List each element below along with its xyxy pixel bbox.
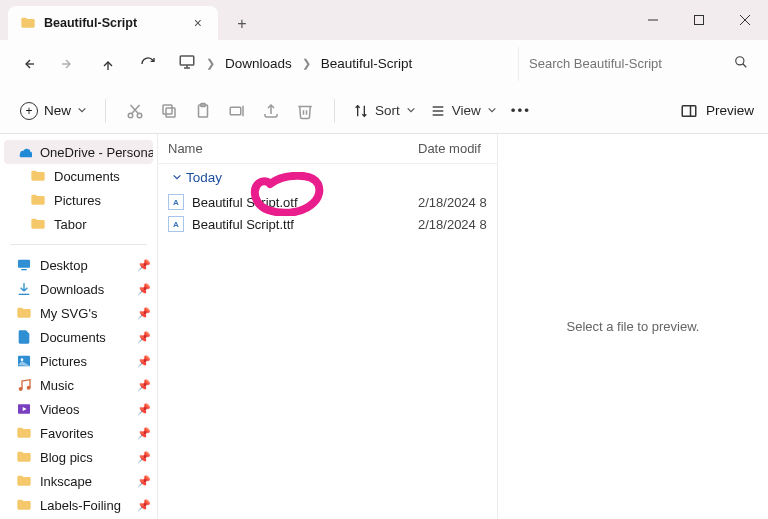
column-name[interactable]: Name xyxy=(168,141,418,156)
file-row[interactable]: ABeautiful Script.otf2/18/2024 8 xyxy=(158,191,497,213)
chevron-down-icon xyxy=(77,103,87,118)
folder-icon xyxy=(16,449,32,465)
rename-button[interactable] xyxy=(220,94,254,128)
sidebar-onedrive-tabor[interactable]: Tabor xyxy=(0,212,157,236)
tab-title: Beautiful-Script xyxy=(44,16,137,30)
file-name: Beautiful Script.otf xyxy=(192,195,298,210)
sidebar-item-label: Blog pics xyxy=(40,450,93,465)
sidebar-divider xyxy=(10,244,147,245)
sidebar-quick-labels-foiling[interactable]: Labels-Foiling📌 xyxy=(0,493,157,517)
sidebar-item-label: Tabor xyxy=(54,217,87,232)
chevron-right-icon: ❯ xyxy=(206,57,215,70)
search-icon xyxy=(734,55,748,72)
pin-icon: 📌 xyxy=(137,499,151,512)
chevron-down-icon xyxy=(406,103,416,118)
svg-rect-20 xyxy=(230,107,241,115)
sidebar-quick-blog-pics[interactable]: Blog pics📌 xyxy=(0,445,157,469)
file-date: 2/18/2024 8 xyxy=(418,217,487,232)
sidebar-item-label: Pictures xyxy=(54,193,101,208)
svg-point-36 xyxy=(21,358,24,361)
address-bar: ❯ Downloads ❯ Beautiful-Script xyxy=(0,40,768,88)
share-button[interactable] xyxy=(254,94,288,128)
svg-rect-17 xyxy=(163,105,172,114)
svg-point-13 xyxy=(137,113,142,118)
sidebar-onedrive-pictures[interactable]: Pictures xyxy=(0,188,157,212)
cut-button[interactable] xyxy=(118,94,152,128)
sidebar-onedrive-documents[interactable]: Documents xyxy=(0,164,157,188)
view-label: View xyxy=(452,103,481,118)
up-button[interactable] xyxy=(90,46,126,82)
monitor-icon xyxy=(178,53,196,74)
sidebar-quick-favorites[interactable]: Favorites📌 xyxy=(0,421,157,445)
sidebar-item-label: Pictures xyxy=(40,354,87,369)
search-input[interactable] xyxy=(529,56,709,71)
sidebar-quick-desktop[interactable]: Desktop📌 xyxy=(0,253,157,277)
sidebar-quick-downloads[interactable]: Downloads📌 xyxy=(0,277,157,301)
sidebar-item-label: Favorites xyxy=(40,426,93,441)
group-label: Today xyxy=(186,170,222,185)
delete-button[interactable] xyxy=(288,94,322,128)
forward-button[interactable] xyxy=(50,46,86,82)
pin-icon: 📌 xyxy=(137,451,151,464)
sidebar-quick-inkscape[interactable]: Inkscape📌 xyxy=(0,469,157,493)
toolbar-divider xyxy=(105,99,106,123)
more-button[interactable]: ••• xyxy=(511,103,531,118)
minimize-button[interactable] xyxy=(630,0,676,40)
pin-icon: 📌 xyxy=(137,283,151,296)
download-icon xyxy=(16,281,32,297)
svg-point-10 xyxy=(736,57,744,65)
new-label: New xyxy=(44,103,71,118)
sidebar-quick-my-svg-s[interactable]: My SVG's📌 xyxy=(0,301,157,325)
sidebar-quick-documents[interactable]: Documents📌 xyxy=(0,325,157,349)
copy-button[interactable] xyxy=(152,94,186,128)
preview-toggle[interactable]: Preview xyxy=(680,102,754,120)
view-button[interactable]: View xyxy=(430,103,497,119)
sidebar-item-label: Music xyxy=(40,378,74,393)
toolbar: + New Sort View ••• Preview xyxy=(0,88,768,134)
new-tab-button[interactable]: + xyxy=(226,8,258,40)
svg-point-38 xyxy=(27,386,31,390)
font-file-icon: A xyxy=(168,216,184,232)
close-tab-button[interactable]: × xyxy=(190,15,206,31)
breadcrumb[interactable]: ❯ Downloads ❯ Beautiful-Script xyxy=(178,53,514,74)
preview-pane: Select a file to preview. xyxy=(498,134,768,519)
sidebar-onedrive[interactable]: OneDrive - Persona xyxy=(4,140,153,164)
svg-rect-1 xyxy=(695,16,704,25)
column-date[interactable]: Date modif xyxy=(418,141,487,156)
crumb-current[interactable]: Beautiful-Script xyxy=(321,56,413,71)
file-row[interactable]: ABeautiful Script.ttf2/18/2024 8 xyxy=(158,213,497,235)
new-button[interactable]: + New xyxy=(14,98,93,124)
active-tab[interactable]: Beautiful-Script × xyxy=(8,6,218,40)
sidebar-quick-videos[interactable]: Videos📌 xyxy=(0,397,157,421)
back-button[interactable] xyxy=(10,46,46,82)
search-box[interactable] xyxy=(518,47,758,81)
pin-icon: 📌 xyxy=(137,331,151,344)
paste-button[interactable] xyxy=(186,94,220,128)
crumb-downloads[interactable]: Downloads xyxy=(225,56,292,71)
group-today[interactable]: Today xyxy=(158,164,497,191)
sidebar-item-label: Documents xyxy=(54,169,120,184)
close-window-button[interactable] xyxy=(722,0,768,40)
maximize-button[interactable] xyxy=(676,0,722,40)
folder-icon xyxy=(16,305,32,321)
pictures-icon xyxy=(16,353,32,369)
sidebar-item-label: My SVG's xyxy=(40,306,97,321)
title-bar: Beautiful-Script × + xyxy=(0,0,768,40)
plus-icon: + xyxy=(20,102,38,120)
pin-icon: 📌 xyxy=(137,259,151,272)
video-icon xyxy=(16,401,32,417)
sidebar-quick-music[interactable]: Music📌 xyxy=(0,373,157,397)
sidebar-item-label: Inkscape xyxy=(40,474,92,489)
pin-icon: 📌 xyxy=(137,475,151,488)
folder-icon xyxy=(16,497,32,513)
folder-icon xyxy=(16,473,32,489)
preview-empty-text: Select a file to preview. xyxy=(567,319,700,334)
file-name: Beautiful Script.ttf xyxy=(192,217,294,232)
sidebar-item-label: Downloads xyxy=(40,282,104,297)
sort-button[interactable]: Sort xyxy=(353,103,416,119)
pin-icon: 📌 xyxy=(137,427,151,440)
column-headers[interactable]: Name Date modif xyxy=(158,134,497,164)
svg-rect-16 xyxy=(166,108,175,117)
refresh-button[interactable] xyxy=(130,46,166,82)
sidebar-quick-pictures[interactable]: Pictures📌 xyxy=(0,349,157,373)
